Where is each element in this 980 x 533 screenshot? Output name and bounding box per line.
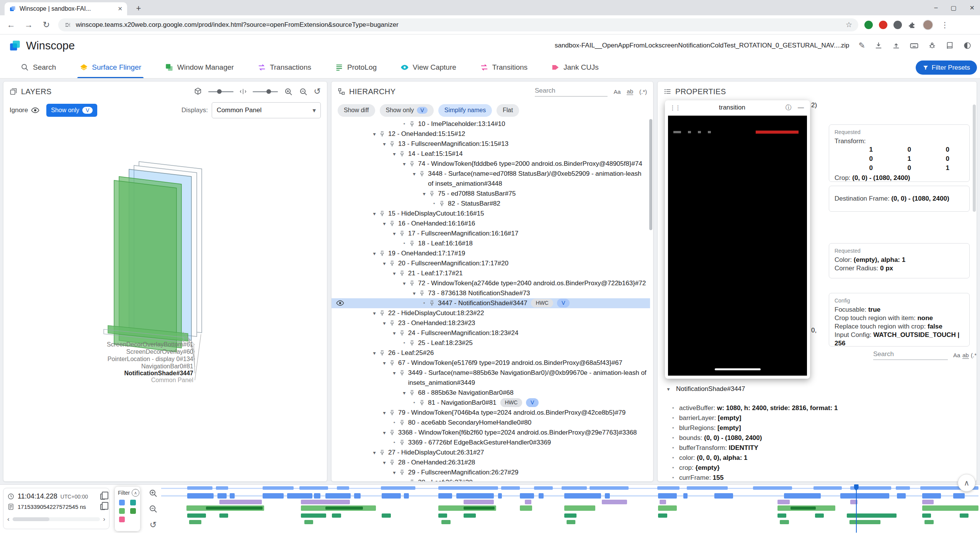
hierarchy-scrollbar[interactable] [649,119,652,230]
match-case-icon[interactable]: Aa [953,352,960,358]
hierarchy-node[interactable]: ▾28 - OneHanded:26:31#28 [332,458,650,468]
hierarchy-node[interactable]: ▾3448 - Surface(name=ed70f88 StatusBar)/… [332,169,650,189]
transactions-segment[interactable] [777,500,790,504]
match-word-icon[interactable]: ab [962,352,969,359]
surfaceflinger-segment[interactable] [784,493,821,499]
expand-arrow-icon[interactable]: ▾ [380,318,389,328]
jank-cuj-segment[interactable] [382,513,390,518]
transitions-active-segment[interactable] [791,507,816,510]
hierarchy-node[interactable]: •81 - NavigationBar0#81HWCV [332,398,650,408]
zoom-out-icon[interactable] [299,87,308,96]
address-bar[interactable]: winscope.teams.x20web.corp.google.com/pr… [58,18,858,31]
filter-protolog-icon[interactable] [119,508,125,514]
upload-icon[interactable] [892,41,900,50]
hierarchy-node[interactable]: ▾20 - FullscreenMagnification:17:17#20 [332,258,650,268]
layer-label[interactable]: NavigationBar0#81 [10,363,193,370]
ignore-toggle[interactable]: Ignore [10,106,39,114]
jank-cuj-segment[interactable] [847,513,897,518]
tab-transactions[interactable]: Transactions [258,57,311,78]
surfaceflinger-segment[interactable] [325,493,351,499]
extra-events-segment[interactable] [304,520,313,524]
maximize-window-icon[interactable]: ▢ [951,4,956,11]
hierarchy-node[interactable]: ▾75 - ed70f88 StatusBar#75 [332,189,650,199]
expand-arrow-icon[interactable]: ▾ [380,428,389,438]
property-row[interactable]: •activeBuffer: w: 1080, h: 2400, stride:… [664,403,973,413]
property-row[interactable]: •color: (0, 0, 0), alpha: 1 [664,453,973,463]
pin-icon[interactable] [419,290,425,296]
layer-label-selected[interactable]: NotificationShade#3447 [10,370,193,377]
jank-cuj-segment[interactable] [815,513,824,518]
properties-root-node[interactable]: ▾ NotificationShade#3447 [664,383,973,395]
tab-jank-cujs[interactable]: Jank CUJs [551,57,599,78]
layers-3d-view[interactable]: ScreenDecorOverlayBottom#61 ScreenDecorO… [3,119,327,481]
drag-handle-icon[interactable]: ⋮⋮ [670,104,680,111]
surfaceflinger-segment[interactable] [539,493,544,499]
filter-surfaceflinger-icon[interactable] [119,500,125,505]
pin-icon[interactable] [389,360,395,366]
pin-icon[interactable] [389,459,395,466]
match-word-icon[interactable]: ab [627,88,633,95]
timestamp-human[interactable]: 11:04:14.228 [18,492,57,500]
spacing-slider[interactable] [253,91,278,92]
expand-arrow-icon[interactable]: ▾ [380,358,389,368]
jank-cuj-segment[interactable] [960,513,969,518]
tab-close-icon[interactable]: ✕ [118,5,122,12]
jank-cuj-segment[interactable] [219,513,228,518]
filter-lock-icon[interactable] [119,517,125,522]
hierarchy-node[interactable]: ▾68 - 885b63e NavigationBar0#68 [332,388,650,398]
jank-cuj-segment[interactable] [187,513,206,518]
property-row[interactable]: •crop: {empty} [664,463,973,473]
pin-icon[interactable] [409,389,415,396]
edit-icon[interactable]: ✎ [858,41,865,50]
pin-icon[interactable] [389,141,395,147]
transactions-segment[interactable] [525,500,531,504]
browser-menu-icon[interactable]: ⋮ [939,20,950,29]
property-row[interactable]: •bounds: (0, 0) - (1080, 2400) [664,433,973,443]
surfaceflinger-segment[interactable] [456,493,494,499]
hierarchy-node[interactable]: ▾26 - Leaf:25#26 [332,348,650,358]
hierarchy-node[interactable]: ▾16 - OneHanded:16:16#16 [332,219,650,229]
property-row[interactable]: •bufferTransform: IDENTITY [664,443,973,453]
extra-events-segment[interactable] [849,520,880,524]
surfaceflinger-segment[interactable] [953,493,965,499]
minimap-segment[interactable] [687,486,728,490]
surfaceflinger-segment[interactable] [404,493,409,499]
regex-icon[interactable]: (.*) [971,352,977,358]
minimize-window-icon[interactable]: – [934,4,938,11]
timestamp-ns[interactable]: 1715339054227572545 ns [18,504,86,510]
shortcuts-keyboard-icon[interactable] [910,41,919,50]
ns-time-row[interactable]: 1715339054227572545 ns [7,502,105,512]
hierarchy-node[interactable]: •18 - Leaf:16:16#18 [332,239,650,249]
show-only-v-button[interactable]: Show only V [380,104,434,117]
extension-icon[interactable] [879,21,887,29]
minimap-segment[interactable] [657,486,679,490]
expand-arrow-icon[interactable]: ▾ [370,249,379,258]
extensions-puzzle-icon[interactable] [908,21,916,29]
show-only-v-button[interactable]: Show only V [46,104,97,117]
extra-events-segment[interactable] [567,520,575,524]
pin-icon[interactable] [379,449,385,456]
flat-button[interactable]: Flat [497,104,519,117]
layer-label[interactable]: PointerLocation - display 0#134 [10,356,193,363]
surfaceflinger-segment[interactable] [498,493,502,499]
rotation-slider[interactable] [208,91,234,92]
minimap-segment[interactable] [590,486,629,490]
collapse-icon[interactable]: ∧ [132,489,139,497]
hierarchy-node[interactable]: ▾3368 - WindowToken{f6b2f60 type=2024 an… [332,428,650,438]
layer-label[interactable]: ScreenDecorOverlayBottom#61 [10,341,193,348]
tab-window-manager[interactable]: Window Manager [165,57,234,78]
surfaceflinger-segment[interactable] [658,493,677,499]
surfaceflinger-segment[interactable] [230,493,235,499]
scrollbar-thumb[interactable] [13,517,49,521]
surfaceflinger-segment[interactable] [840,493,889,499]
minimap-segment[interactable] [813,486,842,490]
copy-icon[interactable] [100,504,105,510]
surfaceflinger-segment[interactable] [217,493,226,499]
extension-icon[interactable] [893,21,902,29]
expand-arrow-icon[interactable]: ▾ [370,129,379,139]
hierarchy-node[interactable]: ▾23 - OneHanded:18:23#23 [332,318,650,328]
hierarchy-node[interactable]: ▾15 - HideDisplayCutout:16:16#15 [332,209,650,219]
minimap-segment[interactable] [534,486,553,490]
extra-events-segment[interactable] [441,520,450,524]
minimize-overlay-icon[interactable]: — [796,104,805,111]
